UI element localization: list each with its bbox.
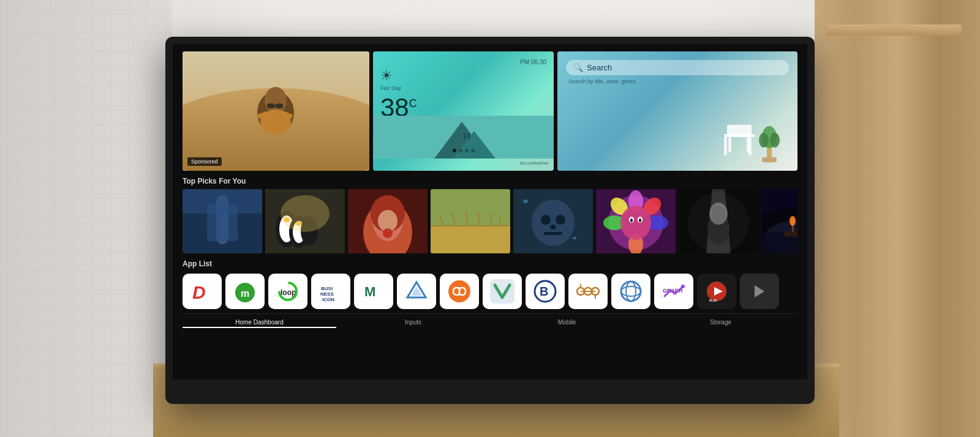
nav-item-inputs[interactable]: Inputs xyxy=(336,318,490,328)
svg-text:m: m xyxy=(241,288,249,299)
app-icon-infinity[interactable] xyxy=(440,274,479,309)
weather-time: PM 06:30 xyxy=(380,59,546,65)
tv-screen: Sponsored PM 06:30 ☀ Fair Day 38C ↓ 24° … xyxy=(173,44,807,379)
svg-rect-49 xyxy=(431,189,510,226)
svg-point-76 xyxy=(630,219,633,222)
svg-text:ICON: ICON xyxy=(322,297,334,302)
search-label: Search xyxy=(587,63,612,72)
svg-text:loop: loop xyxy=(281,288,296,297)
svg-point-64 xyxy=(573,237,576,239)
hero-section: Sponsored PM 06:30 ☀ Fair Day 38C ↓ 24° … xyxy=(183,51,797,171)
svg-rect-17 xyxy=(724,137,727,155)
svg-point-61 xyxy=(550,225,556,230)
list-item[interactable] xyxy=(183,189,262,253)
nav-item-mobile[interactable]: Mobile xyxy=(490,318,644,328)
svg-point-109 xyxy=(621,282,641,301)
svg-point-24 xyxy=(770,133,780,148)
svg-point-77 xyxy=(639,219,641,222)
svg-point-111 xyxy=(621,286,641,296)
svg-text:B: B xyxy=(540,285,548,298)
wall-right xyxy=(815,0,980,437)
app-icon-d-letter[interactable]: D xyxy=(183,274,222,309)
svg-rect-48 xyxy=(431,226,510,253)
app-icon-graph[interactable]: GRAPH xyxy=(654,274,693,309)
svg-point-23 xyxy=(759,133,769,148)
svg-rect-30 xyxy=(183,189,262,214)
hero-tile-search[interactable]: 🔍 Search Search by title, actor, genre. xyxy=(557,51,797,171)
svg-rect-14 xyxy=(468,133,470,139)
svg-point-73 xyxy=(620,206,651,240)
app-list-title: App List xyxy=(183,260,797,268)
app-icon-mf-letter[interactable]: M xyxy=(354,274,393,309)
app-icon-chain[interactable] xyxy=(568,274,608,309)
screen-content: Sponsored PM 06:30 ☀ Fair Day 38C ↓ 24° … xyxy=(173,44,807,379)
list-item[interactable] xyxy=(431,189,510,253)
nav-item-storage[interactable]: Storage xyxy=(644,318,797,328)
list-item[interactable] xyxy=(596,189,676,253)
svg-point-63 xyxy=(523,200,528,203)
tv-bezel: Sponsored PM 06:30 ☀ Fair Day 38C ↓ 24° … xyxy=(165,37,815,404)
list-item[interactable] xyxy=(761,189,797,253)
svg-rect-20 xyxy=(747,137,750,152)
search-illustration xyxy=(715,103,788,165)
svg-text:PLAY: PLAY xyxy=(709,299,718,302)
app-icon-loop[interactable]: loop xyxy=(268,274,307,309)
svg-rect-62 xyxy=(544,232,562,235)
app-icon-more[interactable] xyxy=(740,274,779,309)
svg-marker-118 xyxy=(755,285,764,297)
svg-text:D: D xyxy=(192,282,206,302)
sponsored-badge: Sponsored xyxy=(187,157,222,166)
svg-text:BUSI: BUSI xyxy=(321,286,333,291)
app-icon-m[interactable]: m xyxy=(225,274,265,309)
svg-point-59 xyxy=(541,215,551,225)
tv-unit: Sponsored PM 06:30 ☀ Fair Day 38C ↓ 24° … xyxy=(165,37,815,404)
svg-text:NESS: NESS xyxy=(320,291,334,297)
weather-label: Fair Day xyxy=(380,85,546,91)
app-icon-v[interactable] xyxy=(483,274,522,309)
svg-rect-16 xyxy=(727,125,752,137)
wall-left xyxy=(0,0,172,437)
top-picks-title: Top Picks For You xyxy=(183,177,797,185)
svg-rect-100 xyxy=(490,279,514,304)
weather-dots xyxy=(453,149,475,152)
search-bar[interactable]: 🔍 Search xyxy=(566,60,789,75)
hero-tile-sponsored[interactable]: Sponsored xyxy=(183,51,369,171)
svg-rect-19 xyxy=(728,137,731,152)
svg-point-39 xyxy=(281,195,330,232)
list-item[interactable] xyxy=(348,189,428,253)
nav-item-home-dashboard[interactable]: Home Dashboard xyxy=(183,318,336,328)
hero-tile-weather[interactable]: PM 06:30 ☀ Fair Day 38C ↓ 24° ↑ 53° xyxy=(373,51,554,171)
svg-point-87 xyxy=(790,216,796,226)
svg-point-82 xyxy=(709,203,728,225)
app-icon-circle-rings[interactable] xyxy=(611,274,650,309)
svg-rect-46 xyxy=(387,228,388,231)
app-icon-play[interactable]: PLAY xyxy=(697,274,736,309)
svg-rect-13 xyxy=(464,133,466,139)
bottom-nav: Home Dashboard Inputs Mobile Storage xyxy=(183,313,797,328)
svg-point-58 xyxy=(532,200,575,246)
list-item[interactable] xyxy=(679,189,758,253)
list-item[interactable] xyxy=(513,189,593,253)
svg-rect-6 xyxy=(273,105,277,107)
list-item[interactable] xyxy=(265,189,345,253)
app-icon-geometric[interactable] xyxy=(397,274,436,309)
svg-point-110 xyxy=(626,282,636,301)
svg-text:M: M xyxy=(364,284,375,299)
app-icon-business[interactable]: BUSI NESS ICON xyxy=(311,274,350,309)
svg-point-60 xyxy=(556,215,565,225)
svg-rect-26 xyxy=(762,157,777,162)
hero-person-image xyxy=(183,51,369,171)
weather-sun-icon: ☀ xyxy=(380,68,546,84)
app-list-row: D m loop xyxy=(183,272,797,311)
picks-row xyxy=(183,189,797,253)
shelf-top-right xyxy=(827,24,962,35)
svg-point-113 xyxy=(681,285,685,288)
search-icon: 🔍 xyxy=(573,63,583,72)
search-hint: Search by title, actor, genre. xyxy=(566,78,789,84)
weather-provider: AccuWeather xyxy=(519,160,549,166)
app-icon-b-letter[interactable]: B xyxy=(526,274,565,309)
